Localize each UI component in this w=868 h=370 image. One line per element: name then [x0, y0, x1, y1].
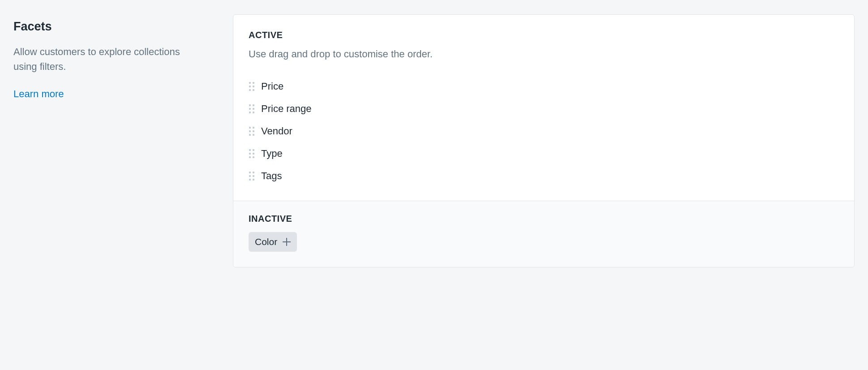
facet-label: Tags	[261, 170, 282, 182]
facet-item[interactable]: Tags	[249, 165, 839, 187]
active-heading: ACTIVE	[249, 30, 839, 40]
facets-card: ACTIVE Use drag and drop to customise th…	[233, 14, 855, 267]
facet-label: Vendor	[261, 125, 292, 137]
facet-item[interactable]: Price	[249, 75, 839, 98]
drag-handle-icon[interactable]	[249, 104, 255, 113]
facet-label: Price range	[261, 103, 312, 115]
facet-item[interactable]: Type	[249, 142, 839, 165]
plus-icon	[283, 238, 291, 246]
facet-label: Type	[261, 148, 283, 159]
settings-sidebar: Facets Allow customers to explore collec…	[13, 14, 206, 100]
learn-more-link[interactable]: Learn more	[13, 88, 64, 99]
chip-label: Color	[255, 237, 277, 247]
facet-item[interactable]: Price range	[249, 98, 839, 120]
drag-handle-icon[interactable]	[249, 127, 255, 136]
drag-handle-icon[interactable]	[249, 172, 255, 181]
drag-handle-icon[interactable]	[249, 82, 255, 91]
facets-title: Facets	[13, 20, 206, 34]
facets-description: Allow customers to explore collections u…	[13, 44, 206, 74]
inactive-facet-chip[interactable]: Color	[249, 232, 297, 252]
inactive-section: INACTIVE Color	[233, 201, 854, 267]
facet-item[interactable]: Vendor	[249, 120, 839, 142]
active-section: ACTIVE Use drag and drop to customise th…	[233, 15, 854, 201]
inactive-heading: INACTIVE	[249, 214, 839, 224]
inactive-chip-row: Color	[249, 232, 839, 252]
drag-handle-icon[interactable]	[249, 149, 255, 158]
active-subtext: Use drag and drop to customise the order…	[249, 48, 839, 60]
facet-label: Price	[261, 81, 284, 92]
active-facet-list: Price Price range Vendor	[249, 75, 839, 187]
